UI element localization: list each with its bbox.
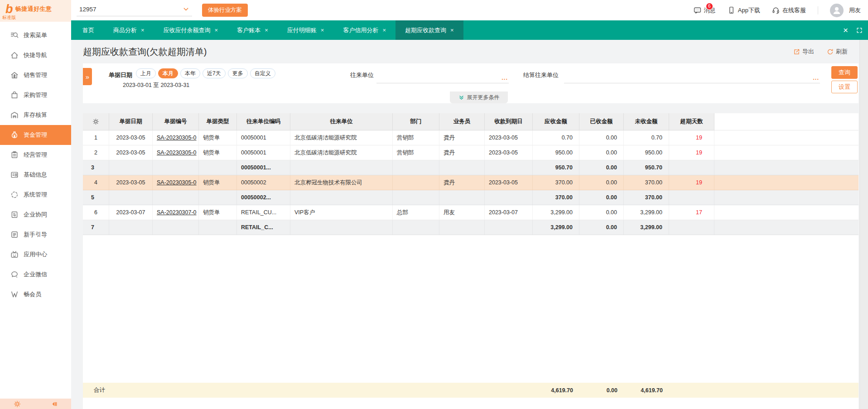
cell-received: 0.00 [579, 175, 624, 190]
messages-button[interactable]: 消息 6 [694, 6, 716, 14]
partner-input[interactable]: ... [376, 69, 509, 83]
sidebar-item[interactable]: 资金管理 [0, 125, 71, 145]
cell-unreceived: 370.00 [624, 190, 669, 205]
date-option-pill[interactable]: 上月 [136, 68, 156, 78]
table-row: 22023-03-05SA-20230305-0销货单00050001北京低碳清… [83, 145, 858, 160]
tab-close-icon[interactable]: × [215, 27, 218, 33]
total-receivable: 4,619.70 [533, 387, 579, 394]
cell-salesperson: 龚丹 [439, 130, 485, 145]
cell-unreceived: 370.00 [624, 175, 669, 190]
sidebar-item[interactable]: 经营管理 [0, 145, 71, 165]
trial-plan-button[interactable]: 体验行业方案 [202, 4, 248, 17]
cell-receivable: 370.00 [533, 175, 579, 190]
fullscreen-icon[interactable] [856, 27, 863, 34]
sidebar-item[interactable]: 系统管理 [0, 185, 71, 205]
document-link[interactable]: SA-20230305-0 [157, 179, 197, 186]
cell-filler [714, 130, 858, 145]
tab[interactable]: 客户信用分析× [333, 20, 395, 40]
sidebar-item[interactable]: 企业协同 [0, 205, 71, 225]
document-link[interactable]: SA-20230307-0 [157, 209, 197, 216]
tab[interactable]: 首页 [73, 20, 104, 40]
headset-icon [772, 6, 780, 14]
sidebar-item[interactable]: 库存核算 [0, 105, 71, 125]
settle-partner-input[interactable]: ... [564, 69, 820, 83]
cell-overdue-days [669, 190, 714, 205]
tab[interactable]: 客户账本× [227, 20, 278, 40]
workspace-value: 12957 [79, 6, 96, 13]
tab-close-icon[interactable]: × [321, 27, 324, 33]
table-header-cell: 超期天数 [669, 113, 714, 130]
settle-partner-filter-label: 结算往来单位 [523, 71, 559, 79]
username: 用友 [849, 6, 861, 14]
collapse-sidebar-icon[interactable] [50, 400, 58, 408]
workspace-select[interactable]: 12957 [77, 4, 192, 16]
sidebar-item[interactable]: 畅会员 [0, 284, 71, 304]
cell-no: 7 [83, 220, 109, 235]
close-all-tabs-icon[interactable]: × [843, 26, 848, 34]
sidebar-item[interactable]: 快捷导航 [0, 45, 71, 65]
sidebar-settings-gear-icon[interactable] [14, 400, 21, 408]
cell-doc-type [199, 190, 237, 205]
cell-partner-code: 00050001 [237, 130, 290, 145]
cell-no: 1 [83, 130, 109, 145]
top-bar: 12957 体验行业方案 消息 6 App下载 在线客服 [71, 0, 868, 20]
vertical-scrollbar[interactable] [859, 40, 868, 409]
avatar[interactable] [830, 4, 844, 17]
sidebar-item[interactable]: 基础信息 [0, 165, 71, 185]
cell-doc-no [153, 160, 199, 175]
refresh-button[interactable]: 刷新 [827, 48, 848, 56]
date-option-pill[interactable]: 更多 [228, 68, 248, 78]
partner-picker-ellipsis[interactable]: ... [502, 74, 508, 81]
date-option-pill[interactable]: 自定义 [250, 68, 275, 78]
cell-filler [714, 175, 858, 190]
column-settings-cell[interactable] [83, 113, 109, 130]
sidebar-item[interactable]: 采购管理 [0, 85, 71, 105]
expand-more-conditions[interactable]: 展开更多条件 [450, 91, 508, 103]
search-icon [10, 31, 19, 39]
tab-close-icon[interactable]: × [265, 27, 268, 33]
cell-overdue-days: 19 [669, 130, 714, 145]
sidebar-item[interactable]: 搜索菜单 [0, 25, 71, 45]
online-service-button[interactable]: 在线客服 [772, 6, 806, 14]
date-option-pill[interactable]: 本年 [180, 68, 200, 78]
settings-button[interactable]: 设置 [831, 81, 858, 93]
cell-partner-code: 00050002... [237, 190, 290, 205]
sidebar-item[interactable]: 应用中心 [0, 245, 71, 265]
tab-label: 商品分析 [113, 26, 137, 34]
cell-department: 总部 [393, 205, 439, 220]
cell-department [393, 220, 439, 235]
tab[interactable]: 超期应收款查询× [395, 20, 463, 40]
app-download-button[interactable]: App下载 [728, 6, 760, 14]
cell-salesperson [439, 160, 485, 175]
sidebar-item[interactable]: 企业微信 [0, 265, 71, 284]
date-option-pill[interactable]: 近7天 [203, 68, 226, 78]
tab-close-icon[interactable]: × [141, 27, 145, 33]
document-link[interactable]: SA-20230305-0 [157, 149, 197, 156]
app-download-label: App下载 [738, 6, 760, 14]
query-button[interactable]: 查询 [831, 66, 858, 79]
cell-department: 营销部 [393, 145, 439, 160]
table-header-filler [714, 113, 858, 130]
system-icon [10, 191, 19, 199]
tab[interactable]: 应收应付余额查询× [154, 20, 228, 40]
date-option-pill[interactable]: 本月 [158, 68, 178, 78]
phone-icon [728, 6, 735, 14]
tab[interactable]: 应付明细账× [278, 20, 334, 40]
tab-close-icon[interactable]: × [450, 27, 454, 33]
cell-unreceived: 3,299.00 [624, 205, 669, 220]
tab-close-icon[interactable]: × [382, 27, 386, 33]
settle-partner-picker-ellipsis[interactable]: ... [813, 74, 819, 81]
tab[interactable]: 商品分析× [104, 20, 154, 40]
table-header-cell: 单据编号 [153, 113, 199, 130]
expand-filter-button[interactable]: » [83, 68, 92, 85]
table-header-cell: 部门 [393, 113, 439, 130]
cell-doc-type: 销货单 [199, 205, 237, 220]
document-link[interactable]: SA-20230305-0 [157, 135, 197, 141]
cell-filler [714, 205, 858, 220]
purchase-bag-icon [10, 91, 19, 99]
export-button[interactable]: 导出 [793, 48, 814, 56]
sidebar-item[interactable]: 销售管理 [0, 65, 71, 85]
sidebar-item[interactable]: 新手引导 [0, 225, 71, 245]
cell-salesperson: 龚丹 [439, 175, 485, 190]
cell-partner: 北京桦冠生物技术有限公司 [290, 175, 393, 190]
